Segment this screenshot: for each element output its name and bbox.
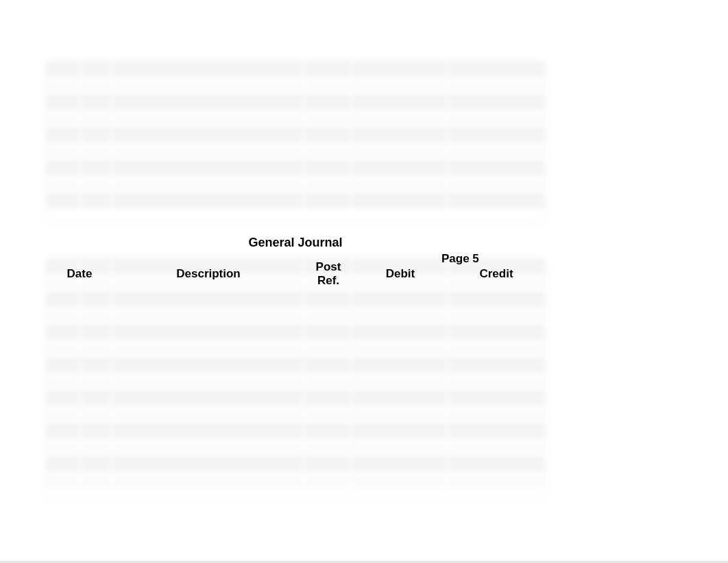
table-row xyxy=(47,308,544,325)
table-row xyxy=(47,95,544,111)
table-row xyxy=(47,423,544,440)
ledger-bottom-rows xyxy=(47,259,544,489)
table-row xyxy=(47,358,544,374)
table-row xyxy=(47,325,544,341)
table-row xyxy=(47,390,544,407)
table-row xyxy=(47,440,544,456)
journal-title: General Journal xyxy=(47,236,544,250)
table-row xyxy=(47,292,544,308)
table-row xyxy=(47,177,544,193)
ledger-top-rows xyxy=(47,62,544,221)
journal-page-label: Page 5 xyxy=(441,252,479,266)
table-row xyxy=(47,127,544,144)
table-row xyxy=(47,374,544,390)
table-row xyxy=(47,275,544,292)
ledger-top-block xyxy=(47,62,544,221)
table-row xyxy=(47,473,544,489)
table-row xyxy=(47,160,544,177)
ledger-bottom-block xyxy=(47,259,544,497)
table-row xyxy=(47,144,544,160)
table-row xyxy=(47,193,544,210)
table-row xyxy=(47,62,544,78)
table-row xyxy=(47,78,544,95)
table-row xyxy=(47,407,544,423)
table-row xyxy=(47,456,544,473)
table-row xyxy=(47,341,544,358)
table-row xyxy=(47,111,544,127)
